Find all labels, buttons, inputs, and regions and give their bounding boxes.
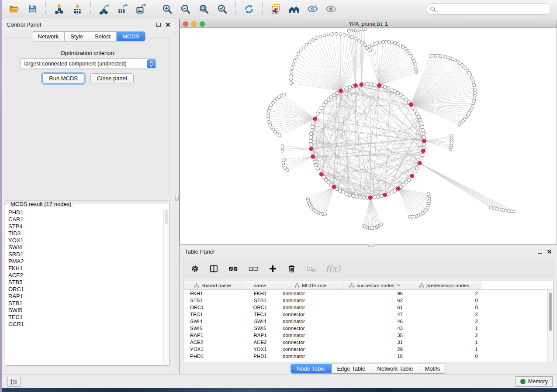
table-cell[interactable]: SWI4: [183, 318, 242, 325]
table-cell[interactable]: connector: [278, 311, 343, 318]
table-cell[interactable]: TEC1: [183, 311, 242, 318]
table-cell[interactable]: 0: [407, 353, 481, 360]
table-cell[interactable]: SWI5: [183, 325, 242, 332]
table-cell[interactable]: 1: [407, 346, 481, 353]
table-cell[interactable]: 31: [343, 339, 407, 346]
table-scrollbar-thumb[interactable]: [549, 292, 552, 331]
table-cell[interactable]: SWI4: [242, 318, 278, 325]
table-cell[interactable]: 2: [407, 318, 481, 325]
table-cell[interactable]: YOX1: [183, 346, 242, 353]
table-cell[interactable]: 18: [343, 353, 407, 360]
table-cell[interactable]: STB1: [242, 297, 278, 304]
table-cell[interactable]: 1: [407, 325, 481, 332]
table-cell[interactable]: 2: [407, 332, 481, 339]
table-cell[interactable]: 62: [343, 297, 407, 304]
mcds-result-item[interactable]: ORC1: [8, 286, 163, 293]
export-network-button[interactable]: [97, 2, 111, 17]
import-network-button[interactable]: [52, 2, 66, 17]
mcds-result-item[interactable]: TEC1: [8, 314, 163, 321]
network-canvas[interactable]: [180, 28, 557, 244]
add-column-icon[interactable]: [268, 264, 277, 273]
import-table-button[interactable]: [70, 2, 85, 17]
column-header-successor-nodes[interactable]: successor nodes: [343, 281, 407, 289]
mcds-result-item[interactable]: STB1: [8, 300, 163, 307]
mcds-result-item[interactable]: SRD1: [8, 251, 163, 258]
table-cell[interactable]: 35: [343, 332, 407, 339]
table-cell[interactable]: 96: [343, 290, 407, 297]
result-scrollbar[interactable]: [163, 209, 169, 364]
table-cell[interactable]: 47: [343, 311, 407, 318]
zoom-selected-button[interactable]: [215, 2, 230, 17]
home-button[interactable]: [287, 2, 301, 17]
table-row[interactable]: ACE2ACE2connector311: [183, 339, 553, 346]
search-input[interactable]: [438, 5, 550, 14]
table-cell[interactable]: connector: [278, 325, 343, 332]
dropdown-stepper-icon[interactable]: [147, 59, 156, 68]
close-table-panel-icon[interactable]: [547, 249, 552, 254]
table-cell[interactable]: 2: [407, 311, 481, 318]
table-row[interactable]: PHD1PHD1dominator180: [183, 353, 553, 360]
export-table-button[interactable]: [115, 2, 130, 17]
horizontal-splitter[interactable]: [368, 244, 374, 247]
table-row[interactable]: ORC1ORC1dominator610: [183, 304, 553, 311]
save-session-button[interactable]: [25, 2, 40, 17]
hide-details-button[interactable]: [305, 2, 320, 17]
table-row[interactable]: TEC1TEC1connector472: [183, 311, 553, 318]
select-all-icon[interactable]: [228, 264, 239, 273]
deselect-all-icon[interactable]: [248, 264, 259, 273]
criterion-dropdown[interactable]: largest connected component (undirected): [20, 58, 156, 69]
table-cell[interactable]: PHD1: [242, 353, 278, 360]
table-row[interactable]: YOX1YOX1connector291: [183, 346, 553, 353]
zoom-fit-button[interactable]: [197, 2, 211, 17]
mcds-result-item[interactable]: SWI5: [8, 307, 163, 314]
mcds-result-item[interactable]: SWI4: [8, 244, 163, 251]
table-cell[interactable]: 2: [407, 290, 481, 297]
table-tab-motifs[interactable]: Motifs: [419, 364, 446, 373]
table-cell[interactable]: ORC1: [183, 304, 242, 311]
table-cell[interactable]: dominator: [278, 304, 343, 311]
table-cell[interactable]: dominator: [278, 318, 343, 325]
table-cell[interactable]: 0: [407, 297, 481, 304]
mcds-result-item[interactable]: FKH1: [8, 265, 163, 272]
mcds-result-item[interactable]: GCR1: [8, 321, 163, 328]
memory-button[interactable]: Memory: [515, 376, 553, 387]
search-box[interactable]: [426, 3, 551, 15]
table-settings-gear-icon[interactable]: [190, 264, 200, 273]
column-header-MCDS-role[interactable]: MCDS role: [278, 281, 343, 289]
splitter-grip[interactable]: [175, 195, 179, 201]
mcds-result-list[interactable]: PHD1CAR1STP4TID3YOX1SWI4SRD1PMA2FKH1ACE2…: [6, 209, 163, 364]
table-tab-node-table[interactable]: Node Table: [291, 364, 332, 373]
network-titlebar[interactable]: YPA_prune.txt_1: [180, 20, 557, 28]
close-panel-icon[interactable]: [166, 22, 170, 27]
column-header-shared-name[interactable]: shared name: [183, 281, 242, 289]
table-cell[interactable]: connector: [278, 339, 343, 346]
table-cell[interactable]: ACE2: [183, 339, 242, 346]
float-panel-icon[interactable]: [156, 23, 161, 27]
table-tab-edge-table[interactable]: Edge Table: [331, 364, 371, 373]
tab-network[interactable]: Network: [32, 32, 65, 41]
table-cell[interactable]: 61: [343, 304, 407, 311]
export-image-button[interactable]: [133, 2, 148, 17]
table-cell[interactable]: ORC1: [242, 304, 278, 311]
table-cell[interactable]: dominator: [278, 290, 343, 297]
tab-select[interactable]: Select: [89, 32, 117, 41]
mcds-result-item[interactable]: STB5: [8, 279, 163, 286]
zoom-in-button[interactable]: [160, 2, 175, 17]
refresh-button[interactable]: [242, 2, 256, 17]
tab-style[interactable]: Style: [65, 32, 89, 41]
table-cell[interactable]: 1: [407, 339, 481, 346]
column-header-name[interactable]: name: [242, 281, 278, 289]
table-cell[interactable]: 0: [407, 304, 481, 311]
close-panel-button[interactable]: Close panel: [90, 73, 134, 83]
mcds-result-item[interactable]: CAR1: [8, 216, 163, 223]
mcds-result-item[interactable]: RAP1: [8, 293, 163, 300]
task-history-button[interactable]: [7, 377, 21, 387]
table-cell[interactable]: SWI5: [242, 325, 278, 332]
delete-column-icon[interactable]: [287, 264, 296, 273]
table-cell[interactable]: TEC1: [242, 311, 278, 318]
table-cell[interactable]: dominator: [278, 297, 343, 304]
table-row[interactable]: SWI4SWI4dominator462: [183, 318, 553, 325]
mcds-result-item[interactable]: PHD1: [8, 209, 163, 216]
open-session-button[interactable]: [7, 2, 21, 17]
column-header-predecessor-nodes[interactable]: predecessor nodes: [407, 281, 481, 289]
